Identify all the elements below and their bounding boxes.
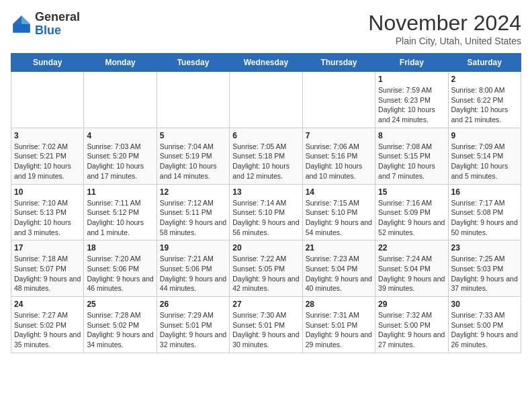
calendar-cell: 3Sunrise: 7:02 AM Sunset: 5:21 PM Daylig… bbox=[11, 128, 84, 184]
day-info: Sunrise: 7:04 AM Sunset: 5:19 PM Dayligh… bbox=[160, 142, 226, 181]
calendar-cell: 16Sunrise: 7:17 AM Sunset: 5:08 PM Dayli… bbox=[448, 184, 521, 240]
day-number: 28 bbox=[306, 300, 372, 309]
calendar-cell bbox=[230, 72, 302, 128]
calendar-cell bbox=[11, 72, 84, 128]
day-info: Sunrise: 7:59 AM Sunset: 6:23 PM Dayligh… bbox=[378, 85, 445, 125]
svg-marker-1 bbox=[21, 15, 30, 24]
day-number: 13 bbox=[232, 187, 299, 197]
day-number: 24 bbox=[14, 300, 81, 309]
day-info: Sunrise: 7:17 AM Sunset: 5:08 PM Dayligh… bbox=[451, 198, 518, 238]
day-info: Sunrise: 8:00 AM Sunset: 6:22 PM Dayligh… bbox=[451, 85, 518, 125]
day-info: Sunrise: 7:03 AM Sunset: 5:20 PM Dayligh… bbox=[87, 142, 153, 181]
day-info: Sunrise: 7:28 AM Sunset: 5:02 PM Dayligh… bbox=[87, 310, 153, 350]
day-info: Sunrise: 7:09 AM Sunset: 5:14 PM Dayligh… bbox=[451, 142, 518, 181]
calendar-cell bbox=[84, 72, 157, 128]
weekday-header-friday: Friday bbox=[375, 54, 448, 72]
calendar-cell: 19Sunrise: 7:21 AM Sunset: 5:06 PM Dayli… bbox=[157, 240, 229, 297]
day-info: Sunrise: 7:29 AM Sunset: 5:01 PM Dayligh… bbox=[160, 310, 226, 350]
calendar-cell: 30Sunrise: 7:33 AM Sunset: 5:00 PM Dayli… bbox=[448, 297, 521, 353]
day-number: 8 bbox=[378, 131, 445, 140]
weekday-header-row: SundayMondayTuesdayWednesdayThursdayFrid… bbox=[11, 54, 521, 72]
day-number: 9 bbox=[451, 131, 518, 140]
calendar-cell: 13Sunrise: 7:14 AM Sunset: 5:10 PM Dayli… bbox=[230, 184, 302, 240]
day-info: Sunrise: 7:31 AM Sunset: 5:01 PM Dayligh… bbox=[306, 310, 372, 350]
calendar-week-4: 17Sunrise: 7:18 AM Sunset: 5:07 PM Dayli… bbox=[11, 240, 521, 297]
calendar-cell bbox=[157, 72, 229, 128]
day-info: Sunrise: 7:27 AM Sunset: 5:02 PM Dayligh… bbox=[14, 310, 81, 350]
calendar-cell: 11Sunrise: 7:11 AM Sunset: 5:12 PM Dayli… bbox=[84, 184, 157, 240]
day-number: 14 bbox=[306, 187, 372, 197]
calendar-cell: 5Sunrise: 7:04 AM Sunset: 5:19 PM Daylig… bbox=[157, 128, 229, 184]
day-number: 12 bbox=[160, 187, 226, 197]
calendar-cell: 7Sunrise: 7:06 AM Sunset: 5:16 PM Daylig… bbox=[302, 128, 375, 184]
day-number: 7 bbox=[306, 131, 372, 140]
calendar-cell: 2Sunrise: 8:00 AM Sunset: 6:22 PM Daylig… bbox=[448, 72, 521, 128]
day-number: 26 bbox=[160, 300, 226, 309]
day-number: 18 bbox=[87, 243, 153, 253]
day-number: 16 bbox=[451, 187, 518, 197]
day-number: 22 bbox=[378, 243, 445, 253]
day-info: Sunrise: 7:11 AM Sunset: 5:12 PM Dayligh… bbox=[87, 198, 153, 238]
calendar-cell: 1Sunrise: 7:59 AM Sunset: 6:23 PM Daylig… bbox=[375, 72, 448, 128]
day-number: 29 bbox=[378, 300, 445, 309]
day-info: Sunrise: 7:08 AM Sunset: 5:15 PM Dayligh… bbox=[378, 142, 445, 181]
calendar-cell: 4Sunrise: 7:03 AM Sunset: 5:20 PM Daylig… bbox=[84, 128, 157, 184]
weekday-header-sunday: Sunday bbox=[11, 54, 84, 72]
logo-blue: Blue bbox=[35, 24, 61, 37]
calendar-cell: 22Sunrise: 7:24 AM Sunset: 5:04 PM Dayli… bbox=[375, 240, 448, 297]
calendar-cell: 26Sunrise: 7:29 AM Sunset: 5:01 PM Dayli… bbox=[157, 297, 229, 353]
day-info: Sunrise: 7:10 AM Sunset: 5:13 PM Dayligh… bbox=[14, 198, 81, 238]
location: Plain City, Utah, United States bbox=[368, 36, 521, 46]
calendar-cell: 29Sunrise: 7:32 AM Sunset: 5:00 PM Dayli… bbox=[375, 297, 448, 353]
day-info: Sunrise: 7:06 AM Sunset: 5:16 PM Dayligh… bbox=[306, 142, 372, 181]
title-area: November 2024 Plain City, Utah, United S… bbox=[368, 11, 521, 46]
calendar-cell: 28Sunrise: 7:31 AM Sunset: 5:01 PM Dayli… bbox=[302, 297, 375, 353]
calendar-cell: 9Sunrise: 7:09 AM Sunset: 5:14 PM Daylig… bbox=[448, 128, 521, 184]
calendar-cell: 14Sunrise: 7:15 AM Sunset: 5:10 PM Dayli… bbox=[302, 184, 375, 240]
calendar-cell bbox=[302, 72, 375, 128]
calendar-cell: 10Sunrise: 7:10 AM Sunset: 5:13 PM Dayli… bbox=[11, 184, 84, 240]
calendar-cell: 8Sunrise: 7:08 AM Sunset: 5:15 PM Daylig… bbox=[375, 128, 448, 184]
day-number: 11 bbox=[87, 187, 153, 197]
day-number: 1 bbox=[378, 75, 445, 84]
weekday-header-monday: Monday bbox=[84, 54, 157, 72]
day-info: Sunrise: 7:30 AM Sunset: 5:01 PM Dayligh… bbox=[232, 310, 299, 350]
day-info: Sunrise: 7:15 AM Sunset: 5:10 PM Dayligh… bbox=[306, 198, 372, 238]
weekday-header-wednesday: Wednesday bbox=[230, 54, 302, 72]
weekday-header-saturday: Saturday bbox=[448, 54, 521, 72]
calendar-cell: 27Sunrise: 7:30 AM Sunset: 5:01 PM Dayli… bbox=[230, 297, 302, 353]
day-info: Sunrise: 7:18 AM Sunset: 5:07 PM Dayligh… bbox=[14, 254, 81, 293]
day-number: 6 bbox=[232, 131, 299, 140]
calendar-cell: 23Sunrise: 7:25 AM Sunset: 5:03 PM Dayli… bbox=[448, 240, 521, 297]
weekday-header-thursday: Thursday bbox=[302, 54, 375, 72]
calendar-week-2: 3Sunrise: 7:02 AM Sunset: 5:21 PM Daylig… bbox=[11, 128, 521, 184]
logo: General Blue bbox=[11, 11, 80, 38]
day-info: Sunrise: 7:22 AM Sunset: 5:05 PM Dayligh… bbox=[232, 254, 299, 293]
calendar-table: SundayMondayTuesdayWednesdayThursdayFrid… bbox=[11, 53, 521, 353]
logo-icon bbox=[11, 13, 32, 35]
calendar-cell: 20Sunrise: 7:22 AM Sunset: 5:05 PM Dayli… bbox=[230, 240, 302, 297]
logo-general: General bbox=[35, 10, 80, 24]
calendar-cell: 15Sunrise: 7:16 AM Sunset: 5:09 PM Dayli… bbox=[375, 184, 448, 240]
day-info: Sunrise: 7:25 AM Sunset: 5:03 PM Dayligh… bbox=[451, 254, 518, 293]
day-number: 25 bbox=[87, 300, 153, 309]
day-number: 2 bbox=[451, 75, 518, 84]
day-number: 23 bbox=[451, 243, 518, 253]
day-number: 10 bbox=[14, 187, 81, 197]
day-number: 15 bbox=[378, 187, 445, 197]
day-info: Sunrise: 7:14 AM Sunset: 5:10 PM Dayligh… bbox=[232, 198, 299, 238]
day-info: Sunrise: 7:02 AM Sunset: 5:21 PM Dayligh… bbox=[14, 142, 81, 181]
day-info: Sunrise: 7:33 AM Sunset: 5:00 PM Dayligh… bbox=[451, 310, 518, 350]
month-title: November 2024 bbox=[368, 11, 521, 36]
header: General Blue November 2024 Plain City, U… bbox=[11, 11, 521, 46]
day-info: Sunrise: 7:16 AM Sunset: 5:09 PM Dayligh… bbox=[378, 198, 445, 238]
day-number: 27 bbox=[232, 300, 299, 309]
day-number: 20 bbox=[232, 243, 299, 253]
day-info: Sunrise: 7:12 AM Sunset: 5:11 PM Dayligh… bbox=[160, 198, 226, 238]
calendar-week-3: 10Sunrise: 7:10 AM Sunset: 5:13 PM Dayli… bbox=[11, 184, 521, 240]
day-number: 5 bbox=[160, 131, 226, 140]
day-info: Sunrise: 7:32 AM Sunset: 5:00 PM Dayligh… bbox=[378, 310, 445, 350]
day-number: 4 bbox=[87, 131, 153, 140]
day-info: Sunrise: 7:05 AM Sunset: 5:18 PM Dayligh… bbox=[232, 142, 299, 181]
weekday-header-tuesday: Tuesday bbox=[157, 54, 229, 72]
